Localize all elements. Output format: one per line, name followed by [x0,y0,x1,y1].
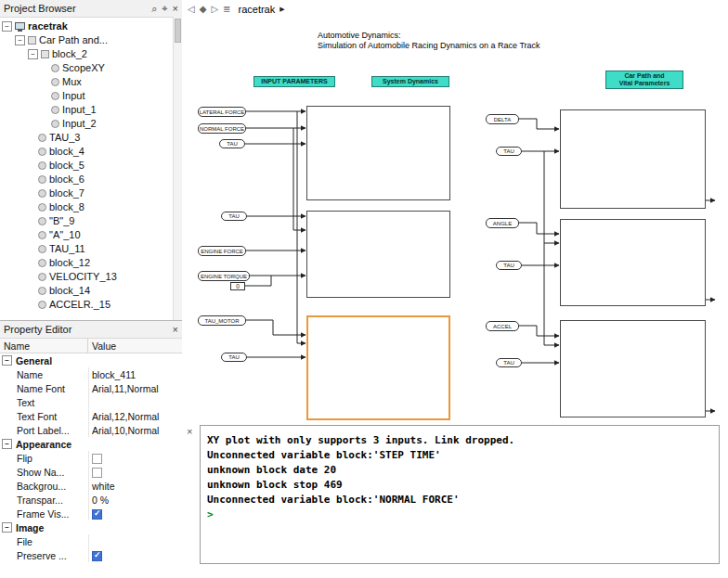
diagram-block-3-selected[interactable] [306,315,450,420]
node-icon [51,92,59,100]
section-label-system-dynamics[interactable]: System Dynamics [371,76,449,87]
variable-tag-tau[interactable]: TAU [496,261,522,270]
const-block[interactable]: 0 [230,282,245,290]
variable-tag-tau[interactable]: TAU [496,358,522,367]
tree-item-input-2[interactable]: Input_2 [0,117,182,131]
diagram-title-line1: Automotive Dynamics: [318,31,540,41]
property-row-frame-visible[interactable]: Frame Vis... [0,507,182,520]
diagram-block-2[interactable] [306,211,450,298]
property-editor-title: Property Editor [4,324,72,335]
tree-item-block-5[interactable]: block_5 [0,159,182,173]
project-tree: racetrak Car Path and... block_2 ScopeXY… [0,17,182,320]
property-group-appearance[interactable]: Appearance [0,437,182,451]
close-icon[interactable]: × [173,4,178,14]
frame-visible-checkbox[interactable] [92,509,102,520]
variable-tag-tau[interactable]: TAU [219,139,245,148]
variable-tag-engine-torque[interactable]: ENGINE TORQUE [198,271,250,281]
tree-scrollbar[interactable] [173,17,182,320]
tree-item-input[interactable]: Input [0,89,182,103]
close-icon[interactable]: × [173,325,178,335]
property-editor-panel: Property Editor × Name Value General Nam… [0,320,182,578]
tree-item-block-7[interactable]: block_7 [0,186,182,200]
property-row-flip[interactable]: Flip [0,451,182,465]
tree-item-a-10[interactable]: "A"_10 [0,228,182,242]
variable-tag-delta[interactable]: DELTA [486,114,519,124]
console-panel[interactable]: XY plot with only supports 3 inputs. Lin… [200,425,720,564]
tree-item-accelr-15[interactable]: ACCELR._15 [0,298,182,312]
model-icon [15,22,25,30]
block-icon [41,50,49,58]
tree-item-block-14[interactable]: block_14 [0,284,182,298]
property-rows: General Name block_411 Name Font Arial,1… [0,353,182,562]
tree-item-block-12[interactable]: block_12 [0,256,182,270]
tree-item-block-6[interactable]: block_6 [0,173,182,186]
tree-item-mux[interactable]: Mux [0,75,182,89]
property-row-file[interactable]: File [0,534,182,548]
tree-item-tau-11[interactable]: TAU_11 [0,242,182,256]
column-header-name: Name [0,339,88,353]
variable-tag-accel[interactable]: ACCEL [486,321,519,331]
block-icon [28,36,36,45]
variable-tag-angle[interactable]: ANGLE [486,218,519,228]
section-label-input-parameters[interactable]: INPUT PARAMETERS [254,76,335,87]
locate-icon[interactable]: ⌖ [162,4,167,14]
variable-tag-tau[interactable]: TAU [496,147,522,156]
variable-tag-tau-motor[interactable]: TAU_MOTOR [198,315,246,326]
node-icon [38,287,46,295]
variable-tag-normal-force[interactable]: NORMAL FORCE [198,123,246,134]
find-icon[interactable]: ⌕ [151,4,157,14]
show-name-checkbox[interactable] [92,468,102,478]
tree-item-block-4[interactable]: block_4 [0,145,182,159]
property-row-port-label[interactable]: Port Label... Arial,10,Normal [0,423,182,437]
console-prompt: > [207,507,712,522]
property-column-headers: Name Value [0,339,182,353]
project-browser-panel: Project Browser ⌕ ⌖ × racetrak Car Path … [0,0,182,320]
flip-checkbox[interactable] [92,454,102,464]
tree-item-racetrak[interactable]: racetrak [0,19,182,33]
property-group-image[interactable]: Image [0,520,182,534]
scrollbar-thumb[interactable] [175,19,181,43]
diagram-block-6[interactable] [560,320,706,417]
variable-tag-tau[interactable]: TAU [221,353,247,362]
property-row-transparency[interactable]: Transpar... 0 % [0,493,182,507]
tree-item-block-8[interactable]: block_8 [0,200,182,214]
variable-tag-engine-force[interactable]: ENGINE FORCE [198,246,246,256]
section-label-car-path[interactable]: Car Path and Vital Parameters [605,71,683,89]
collapse-icon[interactable] [28,49,38,59]
diagram-block-4[interactable] [560,109,706,209]
diagram-block-5[interactable] [560,219,706,306]
node-icon [38,189,46,198]
collapse-icon[interactable] [2,355,12,366]
variable-tag-tau[interactable]: TAU [221,212,247,221]
node-icon [38,217,46,225]
property-row-name[interactable]: Name block_411 [0,367,182,381]
tree-item-velocity-13[interactable]: VELOCITY_13 [0,270,182,284]
tree-item-scopexy[interactable]: ScopeXY [0,61,182,75]
collapse-icon[interactable] [2,522,12,533]
console-close-icon[interactable]: × [187,426,192,437]
diagram-block-1[interactable] [306,106,450,200]
collapse-icon[interactable] [15,35,25,45]
console-line: Unconnected variable block:'STEP TIME' [207,448,712,463]
property-row-name-font[interactable]: Name Font Arial,11,Normal [0,381,182,395]
preserve-checkbox[interactable] [92,551,102,561]
node-icon [38,273,46,281]
tree-item-tau-3[interactable]: TAU_3 [0,131,182,145]
property-row-background[interactable]: Backgrou... white [0,479,182,493]
property-group-general[interactable]: General [0,353,182,367]
property-row-text-font[interactable]: Text Font Arial,12,Normal [0,409,182,423]
node-icon [38,259,46,267]
property-row-show-name[interactable]: Show Na... [0,465,182,479]
tree-item-input-1[interactable]: Input_1 [0,103,182,117]
tree-item-b-9[interactable]: "B"_9 [0,214,182,228]
collapse-icon[interactable] [2,21,12,32]
node-icon [38,301,46,309]
collapse-icon[interactable] [2,439,12,449]
tree-item-car-path[interactable]: Car Path and... [0,33,182,47]
property-row-text[interactable]: Text [0,395,182,409]
variable-tag-lateral-force[interactable]: LATERAL FORCE [198,107,246,117]
property-row-preserve[interactable]: Preserve ... [0,548,182,562]
node-icon [51,120,59,128]
tree-item-block-2[interactable]: block_2 [0,47,182,61]
diagram-title-line2: Simulation of Automobile Racing Dynamics… [318,41,540,51]
